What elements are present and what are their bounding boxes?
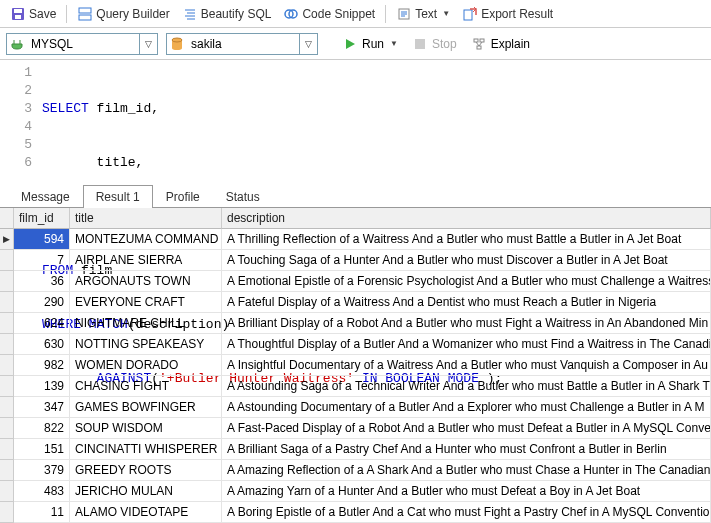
save-icon xyxy=(10,6,26,22)
column-header-description[interactable]: description xyxy=(222,208,711,229)
cell-description[interactable]: A Astounding Documentary of a Butler And… xyxy=(222,397,711,418)
row-handle[interactable] xyxy=(0,250,14,271)
cell-title[interactable]: GREEDY ROOTS xyxy=(70,460,222,481)
cell-film-id[interactable]: 139 xyxy=(14,376,70,397)
stop-icon xyxy=(412,36,428,52)
cell-description[interactable]: A Insightful Documentary of a Waitress A… xyxy=(222,355,711,376)
cell-film-id[interactable]: 347 xyxy=(14,397,70,418)
cell-description[interactable]: A Brilliant Saga of a Pastry Chef And a … xyxy=(222,439,711,460)
cell-description[interactable]: A Fast-Paced Display of a Robot And a Bu… xyxy=(222,418,711,439)
stop-button: Stop xyxy=(408,34,461,54)
code-snippet-button[interactable]: Code Snippet xyxy=(277,4,381,24)
cell-title[interactable]: CINCINATTI WHISPERER xyxy=(70,439,222,460)
cell-film-id[interactable]: 11 xyxy=(14,502,70,523)
tab-status[interactable]: Status xyxy=(213,185,273,208)
db-type-selector[interactable]: MYSQL ▽ xyxy=(6,33,158,55)
sql-editor[interactable]: 123456 SELECT film_id, title, descriptio… xyxy=(0,60,711,180)
result-grid[interactable]: film_id title description 594MONTEZUMA C… xyxy=(0,208,711,523)
chevron-down-icon: ▼ xyxy=(442,9,450,18)
code-snippet-label: Code Snippet xyxy=(302,7,375,21)
cell-title[interactable]: AIRPLANE SIERRA xyxy=(70,250,222,271)
cell-film-id[interactable]: 36 xyxy=(14,271,70,292)
main-toolbar: Save Query Builder Beautify SQL Code Sni… xyxy=(0,0,711,28)
cell-description[interactable]: A Touching Saga of a Hunter And a Butler… xyxy=(222,250,711,271)
row-handle[interactable] xyxy=(0,439,14,460)
save-button[interactable]: Save xyxy=(4,4,62,24)
cell-title[interactable]: CHASING FIGHT xyxy=(70,376,222,397)
cell-title[interactable]: NOTTING SPEAKEASY xyxy=(70,334,222,355)
text-button[interactable]: Text ▼ xyxy=(390,4,456,24)
cell-film-id[interactable]: 594 xyxy=(14,229,70,250)
row-handle[interactable] xyxy=(0,229,14,250)
row-handle[interactable] xyxy=(0,313,14,334)
cell-film-id[interactable]: 151 xyxy=(14,439,70,460)
cell-film-id[interactable]: 982 xyxy=(14,355,70,376)
save-label: Save xyxy=(29,7,56,21)
cell-title[interactable]: MONTEZUMA COMMAND xyxy=(70,229,222,250)
cell-description[interactable]: A Boring Epistle of a Butler And a Cat w… xyxy=(222,502,711,523)
cell-description[interactable]: A Thoughtful Display of a Butler And a W… xyxy=(222,334,711,355)
schema-value: sakila xyxy=(187,37,299,51)
code-snippet-icon xyxy=(283,6,299,22)
cell-film-id[interactable]: 483 xyxy=(14,481,70,502)
row-handle[interactable] xyxy=(0,271,14,292)
run-button[interactable]: Run ▼ xyxy=(338,34,402,54)
cell-title[interactable]: ARGONAUTS TOWN xyxy=(70,271,222,292)
svg-rect-3 xyxy=(79,8,91,13)
export-label: Export Result xyxy=(481,7,553,21)
tab-result[interactable]: Result 1 xyxy=(83,185,153,208)
run-label: Run xyxy=(362,37,384,51)
chevron-down-icon: ▽ xyxy=(299,34,317,54)
cell-title[interactable]: ALAMO VIDEOTAPE xyxy=(70,502,222,523)
query-builder-button[interactable]: Query Builder xyxy=(71,4,175,24)
column-header-title[interactable]: title xyxy=(70,208,222,229)
line-gutter: 123456 xyxy=(0,64,42,176)
row-handle[interactable] xyxy=(0,376,14,397)
sql-code[interactable]: SELECT film_id, title, description FROM … xyxy=(42,64,711,176)
cell-film-id[interactable]: 624 xyxy=(14,313,70,334)
separator xyxy=(66,5,67,23)
cell-film-id[interactable]: 290 xyxy=(14,292,70,313)
row-handle[interactable] xyxy=(0,460,14,481)
stop-label: Stop xyxy=(432,37,457,51)
cell-film-id[interactable]: 630 xyxy=(14,334,70,355)
cell-description[interactable]: A Emotional Epistle of a Forensic Psycho… xyxy=(222,271,711,292)
cell-description[interactable]: A Brilliant Display of a Robot And a But… xyxy=(222,313,711,334)
chevron-down-icon: ▽ xyxy=(139,34,157,54)
cell-description[interactable]: A Thrilling Reflection of a Waitress And… xyxy=(222,229,711,250)
row-handle[interactable] xyxy=(0,334,14,355)
query-builder-label: Query Builder xyxy=(96,7,169,21)
row-handle[interactable] xyxy=(0,418,14,439)
row-handle[interactable] xyxy=(0,502,14,523)
cell-title[interactable]: EVERYONE CRAFT xyxy=(70,292,222,313)
cell-description[interactable]: A Amazing Reflection of a A Shark And a … xyxy=(222,460,711,481)
cell-title[interactable]: GAMES BOWFINGER xyxy=(70,397,222,418)
svg-rect-2 xyxy=(15,15,21,19)
explain-button[interactable]: Explain xyxy=(467,34,534,54)
row-handle[interactable] xyxy=(0,292,14,313)
db-type-value: MYSQL xyxy=(27,37,139,51)
cell-film-id[interactable]: 822 xyxy=(14,418,70,439)
cell-description[interactable]: A Amazing Yarn of a Hunter And a Butler … xyxy=(222,481,711,502)
export-button[interactable]: Export Result xyxy=(456,4,559,24)
row-handle[interactable] xyxy=(0,481,14,502)
cell-description[interactable]: A Astounding Saga of a Technical Writer … xyxy=(222,376,711,397)
plug-icon xyxy=(7,37,27,51)
cell-title[interactable]: JERICHO MULAN xyxy=(70,481,222,502)
beautify-label: Beautify SQL xyxy=(201,7,272,21)
cell-title[interactable]: SOUP WISDOM xyxy=(70,418,222,439)
row-handle[interactable] xyxy=(0,355,14,376)
row-handle[interactable] xyxy=(0,397,14,418)
tab-message[interactable]: Message xyxy=(8,185,83,208)
grid-corner[interactable] xyxy=(0,208,14,229)
cell-description[interactable]: A Fateful Display of a Waitress And a De… xyxy=(222,292,711,313)
cell-film-id[interactable]: 379 xyxy=(14,460,70,481)
cell-title[interactable]: NIGHTMARE CHILL xyxy=(70,313,222,334)
column-header-film-id[interactable]: film_id xyxy=(14,208,70,229)
cell-film-id[interactable]: 7 xyxy=(14,250,70,271)
beautify-button[interactable]: Beautify SQL xyxy=(176,4,278,24)
cell-title[interactable]: WOMEN DORADO xyxy=(70,355,222,376)
tab-profile[interactable]: Profile xyxy=(153,185,213,208)
schema-selector[interactable]: sakila ▽ xyxy=(166,33,318,55)
svg-rect-18 xyxy=(415,39,425,49)
